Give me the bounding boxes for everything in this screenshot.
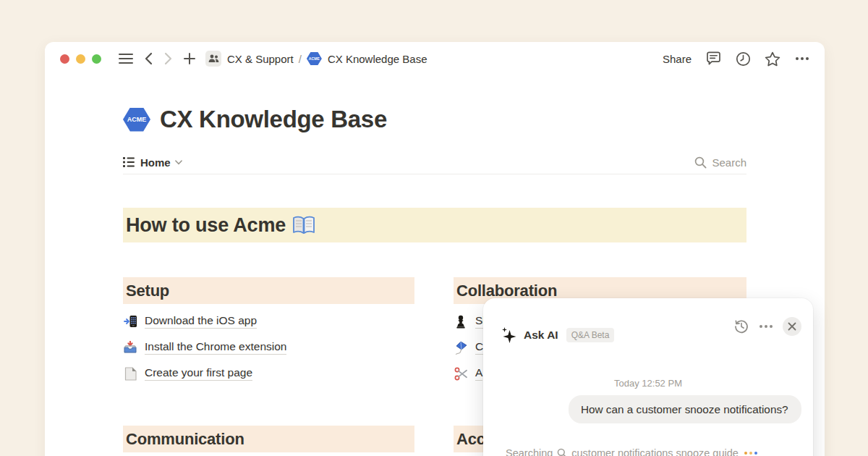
app-window: CX & Support / ACME CX Knowledge Base Sh… <box>45 42 825 456</box>
loading-dots <box>744 452 757 455</box>
bulleted-list-icon <box>123 157 135 167</box>
banner-heading: How to use Acme <box>123 208 746 242</box>
inbox-tray-icon <box>123 341 137 354</box>
teams-icon <box>205 51 221 67</box>
breadcrumb-workspace[interactable]: CX & Support <box>227 53 294 65</box>
section-title: Communication <box>126 430 244 449</box>
search-label: Search <box>712 156 746 169</box>
history-icon[interactable] <box>733 318 749 334</box>
section-header-communication: Communication <box>123 426 414 452</box>
tab-home[interactable]: Home <box>140 156 171 169</box>
search-button[interactable]: Search <box>694 156 746 169</box>
toolbar: CX & Support / ACME CX Knowledge Base Sh… <box>45 42 825 75</box>
desktop-background: CX & Support / ACME CX Knowledge Base Sh… <box>0 0 868 456</box>
section-title: Setup <box>126 282 169 300</box>
page-header: ACME CX Knowledge Base <box>123 106 387 133</box>
section-items-setup: Download the iOS app Install the Chrome … <box>123 308 414 387</box>
search-icon <box>557 448 567 456</box>
view-tabs: Home Search <box>123 151 746 174</box>
page-title: CX Knowledge Base <box>160 106 387 133</box>
forward-icon[interactable] <box>164 52 172 65</box>
zoom-window-button[interactable] <box>92 54 101 64</box>
qa-beta-badge: Q&A Beta <box>566 328 615 342</box>
link-install-chrome-extension[interactable]: Install the Chrome extension <box>145 340 286 355</box>
search-icon <box>694 156 707 169</box>
breadcrumb-page[interactable]: CX Knowledge Base <box>328 53 427 65</box>
list-item: Create your first page <box>123 360 414 387</box>
link-download-ios-app[interactable]: Download the iOS app <box>145 314 257 329</box>
open-book-icon <box>293 216 315 235</box>
list-item: Install the Chrome extension <box>123 334 414 360</box>
page-curl-icon <box>123 367 137 381</box>
comments-icon[interactable] <box>705 51 721 67</box>
ai-searching-status: Searching customer notifications snooze … <box>506 447 757 456</box>
back-icon[interactable] <box>145 52 153 65</box>
section-header-setup: Setup <box>123 277 414 304</box>
banner-title: How to use Acme <box>126 214 286 237</box>
menu-icon[interactable] <box>119 54 133 64</box>
acme-page-logo: ACME <box>123 108 150 132</box>
updates-clock-icon[interactable] <box>735 51 751 67</box>
share-button[interactable]: Share <box>663 53 692 65</box>
more-icon[interactable] <box>794 51 810 67</box>
chess-pawn-icon <box>454 315 468 329</box>
breadcrumb-separator: / <box>299 53 302 65</box>
ai-more-icon[interactable] <box>758 318 774 334</box>
favorite-star-icon[interactable] <box>765 51 780 67</box>
close-icon[interactable] <box>783 317 801 336</box>
link-collaboration-2[interactable]: C <box>475 340 483 355</box>
close-window-button[interactable] <box>60 54 69 64</box>
section-title: Collaboration <box>456 282 557 300</box>
chevron-down-icon[interactable] <box>175 160 182 165</box>
scissors-icon <box>454 367 468 381</box>
ai-sparkle-icon <box>501 327 516 343</box>
acme-hexagon-icon: ACME <box>307 52 322 65</box>
kite-icon <box>454 341 468 355</box>
ask-ai-panel: Ask AI Q&A Beta Today 12:52 PM How can a… <box>483 298 813 456</box>
conversation-timestamp: Today 12:52 PM <box>483 378 813 389</box>
list-item: Download the iOS app <box>123 308 414 334</box>
ai-panel-title: Ask AI <box>524 329 558 342</box>
section-title: Acc <box>456 430 485 449</box>
status-query: customer notifications snooze guide <box>571 447 739 456</box>
plus-icon[interactable] <box>184 53 195 64</box>
minimize-window-button[interactable] <box>76 54 85 64</box>
link-create-first-page[interactable]: Create your first page <box>145 366 252 381</box>
breadcrumb: CX & Support / ACME CX Knowledge Base <box>205 51 427 67</box>
link-collaboration-3[interactable]: A <box>475 366 482 381</box>
user-message-bubble: How can a customer snooze notifications? <box>569 395 801 423</box>
status-prefix: Searching <box>506 447 553 456</box>
iphone-arrow-icon <box>123 315 137 328</box>
